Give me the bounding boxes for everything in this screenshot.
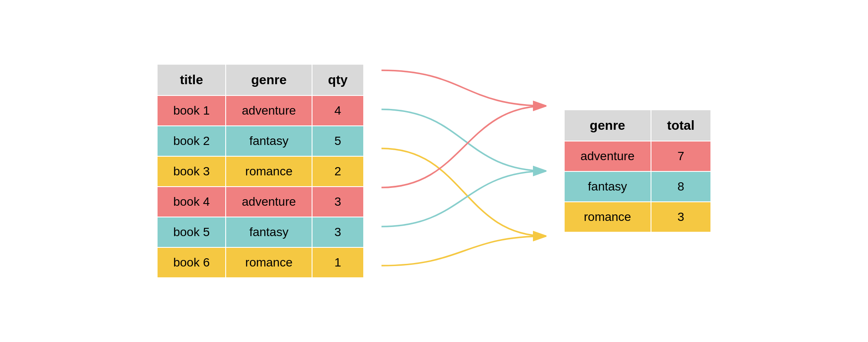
left-cell-title-5: book 6 — [157, 247, 226, 278]
left-table-row: book 2fantasy5 — [157, 126, 364, 156]
left-cell-title-2: book 3 — [157, 156, 226, 187]
right-header-total: total — [651, 110, 711, 141]
left-header-genre: genre — [226, 64, 312, 95]
left-table-row: book 3romance2 — [157, 156, 364, 187]
right-table-row: adventure7 — [564, 141, 711, 171]
right-cell-genre-2: romance — [564, 202, 651, 232]
left-cell-genre-3: adventure — [226, 187, 312, 217]
left-cell-genre-5: romance — [226, 247, 312, 278]
left-header-qty: qty — [312, 64, 364, 95]
left-cell-qty-4: 3 — [312, 217, 364, 247]
right-cell-total-2: 3 — [651, 202, 711, 232]
left-cell-qty-2: 2 — [312, 156, 364, 187]
left-cell-title-3: book 4 — [157, 187, 226, 217]
right-table: genre total adventure7fantasy8romance3 — [564, 109, 711, 233]
left-cell-qty-5: 1 — [312, 247, 364, 278]
left-cell-genre-0: adventure — [226, 95, 312, 126]
arrows-diagram — [381, 41, 546, 301]
left-cell-title-4: book 5 — [157, 217, 226, 247]
right-cell-genre-0: adventure — [564, 141, 651, 171]
left-header-title: title — [157, 64, 226, 95]
left-cell-qty-3: 3 — [312, 187, 364, 217]
left-table-row: book 6romance1 — [157, 247, 364, 278]
left-table-row: book 4adventure3 — [157, 187, 364, 217]
left-table-row: book 5fantasy3 — [157, 217, 364, 247]
left-cell-title-1: book 2 — [157, 126, 226, 156]
left-cell-qty-0: 4 — [312, 95, 364, 126]
right-table-row: romance3 — [564, 202, 711, 232]
right-cell-genre-1: fantasy — [564, 171, 651, 202]
left-cell-genre-1: fantasy — [226, 126, 312, 156]
right-header-genre: genre — [564, 110, 651, 141]
left-table: title genre qty book 1adventure4book 2fa… — [157, 64, 364, 278]
left-cell-qty-1: 5 — [312, 126, 364, 156]
right-table-wrap: genre total adventure7fantasy8romance3 — [564, 109, 711, 233]
right-table-row: fantasy8 — [564, 171, 711, 202]
left-cell-genre-4: fantasy — [226, 217, 312, 247]
main-container: title genre qty book 1adventure4book 2fa… — [139, 23, 729, 319]
left-table-wrap: title genre qty book 1adventure4book 2fa… — [157, 64, 364, 278]
left-cell-title-0: book 1 — [157, 95, 226, 126]
right-cell-total-1: 8 — [651, 171, 711, 202]
left-cell-genre-2: romance — [226, 156, 312, 187]
left-table-row: book 1adventure4 — [157, 95, 364, 126]
right-cell-total-0: 7 — [651, 141, 711, 171]
